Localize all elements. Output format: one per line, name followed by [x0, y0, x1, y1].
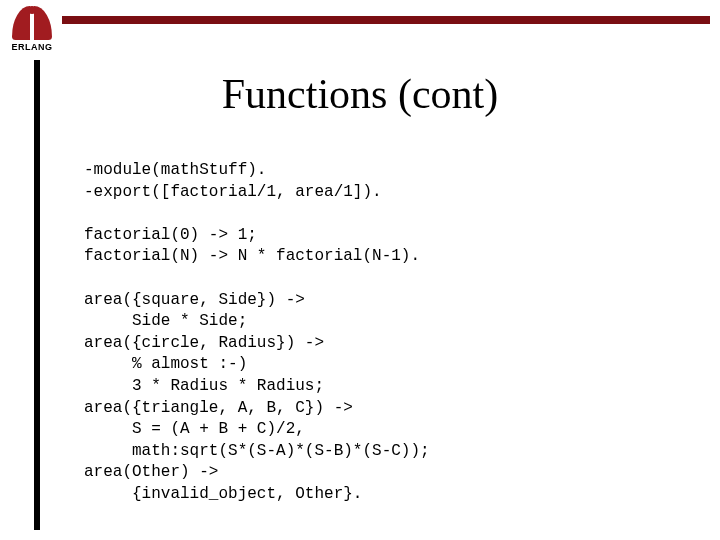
code-line: area(Other) ->: [84, 463, 218, 481]
code-line: area({circle, Radius}) ->: [84, 334, 324, 352]
erlang-logo-icon: [12, 6, 52, 40]
code-line: % almost :-): [84, 355, 247, 373]
code-line: S = (A + B + C)/2,: [84, 420, 305, 438]
code-line: area({square, Side}) ->: [84, 291, 305, 309]
code-line: 3 * Radius * Radius;: [84, 377, 324, 395]
code-line: area({triangle, A, B, C}) ->: [84, 399, 353, 417]
slide: ERLANG Functions (cont) -module(mathStuf…: [0, 0, 720, 540]
erlang-logo: ERLANG: [6, 6, 58, 52]
code-line: Side * Side;: [84, 312, 247, 330]
code-line: {invalid_object, Other}.: [84, 485, 362, 503]
code-block: -module(mathStuff). -export([factorial/1…: [84, 160, 690, 506]
header-rule: [62, 16, 710, 24]
vertical-rule: [34, 60, 40, 530]
code-line: factorial(0) -> 1;: [84, 226, 257, 244]
code-line: -export([factorial/1, area/1]).: [84, 183, 382, 201]
slide-title: Functions (cont): [0, 70, 720, 118]
erlang-logo-text: ERLANG: [6, 42, 58, 52]
code-line: factorial(N) -> N * factorial(N-1).: [84, 247, 420, 265]
code-line: -module(mathStuff).: [84, 161, 266, 179]
code-line: math:sqrt(S*(S-A)*(S-B)*(S-C));: [84, 442, 430, 460]
